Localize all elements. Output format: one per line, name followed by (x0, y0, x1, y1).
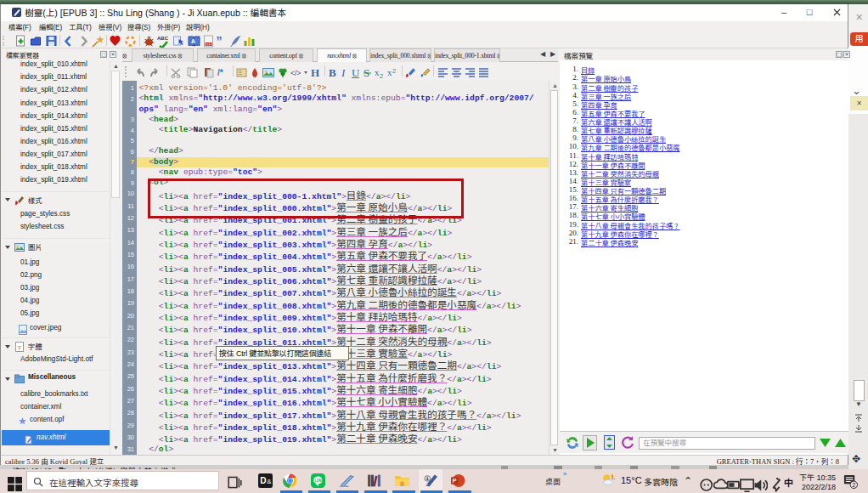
svg-text:I: I (341, 67, 346, 78)
svg-text:”: ” (217, 35, 223, 48)
svg-text:2: 2 (380, 72, 383, 78)
svg-text:B: B (329, 67, 336, 78)
svg-text:TTF: TTF (206, 43, 211, 47)
svg-text:T: T (18, 344, 22, 351)
svg-text:&: & (267, 478, 272, 485)
svg-text:H: H (311, 67, 319, 78)
svg-text:A: A (191, 38, 195, 44)
svg-text:D: D (260, 476, 266, 485)
svg-text:2: 2 (852, 482, 855, 488)
svg-text:/*: /* (217, 68, 223, 77)
svg-text:!: ! (612, 473, 614, 481)
svg-text:2: 2 (392, 67, 396, 75)
svg-text:LINE: LINE (314, 479, 324, 483)
svg-text:ABC: ABC (157, 36, 169, 41)
svg-text:U: U (352, 67, 360, 78)
svg-text:Ξ: Ξ (239, 70, 243, 76)
svg-text:</>: </> (290, 69, 301, 77)
svg-text:P: P (453, 477, 457, 484)
